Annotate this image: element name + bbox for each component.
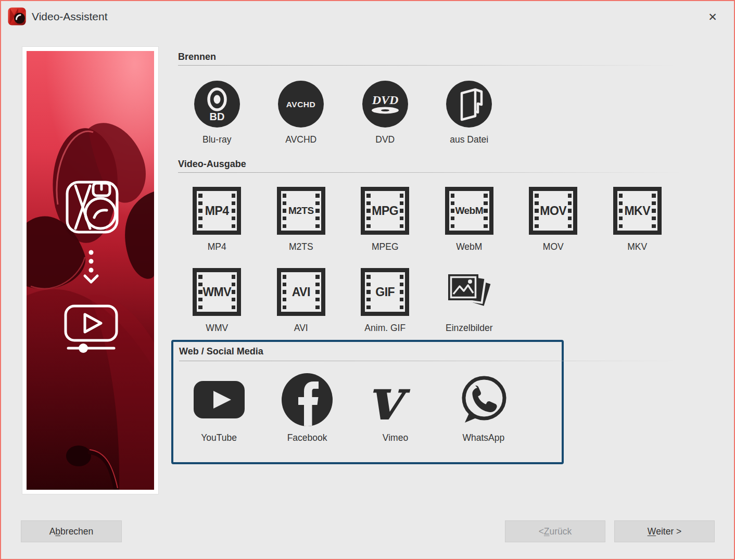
filmstrip-icon: MP4 xyxy=(193,187,241,235)
option-avi[interactable]: AVI AVI xyxy=(259,268,344,334)
dvd-disc-icon: DVD xyxy=(362,81,408,128)
section-title-web: Web / Social Media xyxy=(179,346,263,357)
bluray-disc-icon: BD xyxy=(194,81,240,128)
option-label: Vimeo xyxy=(383,432,408,443)
option-label: MOV xyxy=(543,241,564,252)
option-avchd[interactable]: AVCHD AVCHD xyxy=(259,81,344,145)
option-burn-from-file[interactable]: aus Datei xyxy=(427,81,512,145)
option-label: YouTube xyxy=(201,432,237,443)
filmstrip-icon: WebM xyxy=(445,187,493,235)
window-title: Video-Assistent xyxy=(32,10,108,23)
option-blu-ray[interactable]: BD Blu-ray xyxy=(175,81,259,145)
option-label: Blu-ray xyxy=(202,134,231,145)
flower-preview-image xyxy=(27,51,154,490)
filmstrip-icon: M2TS xyxy=(277,187,325,235)
app-logo-icon xyxy=(8,7,26,26)
section-rule-video-output xyxy=(178,172,726,173)
youtube-icon xyxy=(193,374,245,426)
filmstrip-icon: MPG xyxy=(361,187,409,235)
filmstrip-icon: GIF xyxy=(361,268,409,316)
next-button[interactable]: Weiter > xyxy=(614,520,715,542)
option-label: MPEG xyxy=(372,241,399,252)
option-label: AVI xyxy=(294,323,308,334)
facebook-icon xyxy=(281,373,333,427)
option-whatsapp[interactable]: WhatsApp xyxy=(439,374,527,443)
option-label: WebM xyxy=(456,241,482,252)
option-label: MKV xyxy=(627,241,647,252)
option-webm[interactable]: WebM WebM xyxy=(427,187,512,252)
option-dvd[interactable]: DVD DVD xyxy=(343,81,427,145)
video-output-row-2: WMV WMV AVI AVI GIF Anim. GIF xyxy=(175,268,511,334)
option-label: Einzelbilder xyxy=(446,323,492,334)
web-options-row: YouTube Facebook v Vimeo xyxy=(175,374,528,443)
cancel-button[interactable]: Abbrechen xyxy=(21,520,122,542)
option-label: WMV xyxy=(206,323,228,334)
video-assistant-dialog: Video-Assistent ✕ xyxy=(0,0,735,560)
option-m2ts[interactable]: M2TS M2TS xyxy=(259,187,344,252)
option-facebook[interactable]: Facebook xyxy=(263,374,351,443)
burn-options-row: BD Blu-ray AVCHD AVCHD DVD DVD xyxy=(175,81,511,145)
filmstrip-icon: AVI xyxy=(277,268,325,316)
section-title-video-output: Video-Ausgabe xyxy=(178,159,246,170)
arrow-down-dots-icon xyxy=(89,250,94,273)
svg-text:v: v xyxy=(367,374,411,426)
svg-text:AVCHD: AVCHD xyxy=(286,100,315,109)
titlebar: Video-Assistent ✕ xyxy=(1,1,734,33)
option-anim-gif[interactable]: GIF Anim. GIF xyxy=(343,268,427,334)
video-output-row-1: MP4 MP4 M2TS M2TS MPG MPEG WebM xyxy=(175,187,679,252)
btn-text: urück xyxy=(550,526,572,537)
section-rule-web xyxy=(179,361,726,361)
vimeo-icon: v xyxy=(366,374,424,426)
photo-stack-icon xyxy=(443,268,495,316)
option-mpeg[interactable]: MPG MPEG xyxy=(343,187,427,252)
wizard-preview-panel xyxy=(22,46,159,494)
option-label: Anim. GIF xyxy=(364,323,405,334)
option-label: M2TS xyxy=(289,241,313,252)
option-label: DVD xyxy=(375,134,395,145)
option-mov[interactable]: MOV MOV xyxy=(511,187,595,252)
close-icon[interactable]: ✕ xyxy=(705,9,720,25)
option-label: MP4 xyxy=(208,241,226,252)
option-wmv[interactable]: WMV WMV xyxy=(175,268,259,334)
btn-text: eiter > xyxy=(656,526,681,537)
whatsapp-icon xyxy=(458,374,510,426)
btn-text: brechen xyxy=(60,526,93,537)
option-label: AVCHD xyxy=(285,134,316,145)
option-single-images[interactable]: Einzelbilder xyxy=(427,268,512,334)
section-rule-burn xyxy=(178,65,726,66)
option-label: WhatsApp xyxy=(463,432,505,443)
option-mp4[interactable]: MP4 MP4 xyxy=(175,187,259,252)
back-button[interactable]: < Zurück xyxy=(505,520,605,542)
filmstrip-icon: MKV xyxy=(613,187,662,235)
option-mkv[interactable]: MKV MKV xyxy=(595,187,680,252)
filmstrip-icon: MOV xyxy=(529,187,577,235)
option-label: aus Datei xyxy=(450,134,488,145)
svg-text:DVD: DVD xyxy=(371,93,398,107)
btn-accel: Z xyxy=(544,526,550,537)
btn-accel: W xyxy=(648,526,656,537)
btn-text: A xyxy=(49,526,56,537)
filmstrip-icon: WMV xyxy=(193,268,241,316)
avchd-disc-icon: AVCHD xyxy=(278,81,324,128)
btn-accel: b xyxy=(55,526,60,537)
btn-text: < xyxy=(539,526,544,537)
option-youtube[interactable]: YouTube xyxy=(175,374,263,443)
disc-from-file-icon xyxy=(446,81,492,128)
option-vimeo[interactable]: v Vimeo xyxy=(351,374,439,443)
section-title-burn: Brennen xyxy=(178,52,216,62)
svg-text:BD: BD xyxy=(209,111,224,122)
option-label: Facebook xyxy=(287,432,327,443)
